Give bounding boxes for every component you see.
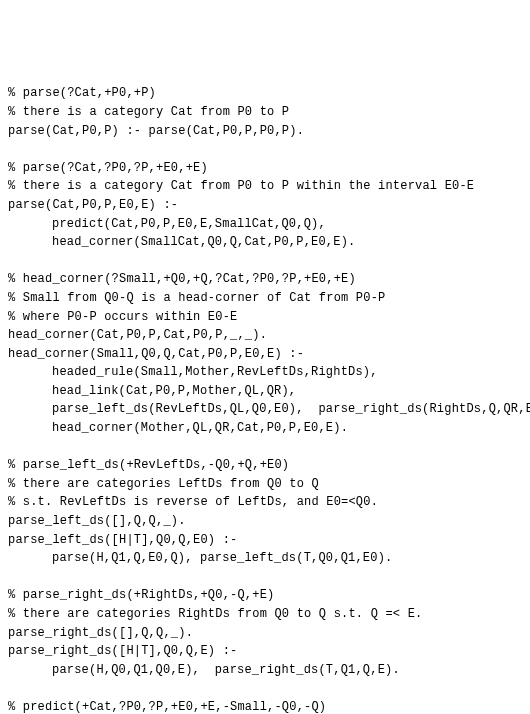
code-line: % parse_right_ds(+RightDs,+Q0,-Q,+E)	[8, 586, 522, 605]
code-line: % there are categories LeftDs from Q0 to…	[8, 475, 522, 494]
code-line: parse_right_ds([H|T],Q0,Q,E) :-	[8, 642, 522, 661]
code-line: % there is a category Cat from P0 to P	[8, 103, 522, 122]
code-line: % where P0-P occurs within E0-E	[8, 308, 522, 327]
code-line: parse(Cat,P0,P,E0,E) :-	[8, 196, 522, 215]
code-line: head_corner(SmallCat,Q0,Q,Cat,P0,P,E0,E)…	[8, 233, 522, 252]
code-line: % parse_left_ds(+RevLeftDs,-Q0,+Q,+E0)	[8, 456, 522, 475]
code-line: headed_rule(Small,Mother,RevLeftDs,Right…	[8, 363, 522, 382]
code-line: head_corner(Small,Q0,Q,Cat,P0,P,E0,E) :-	[8, 345, 522, 364]
code-line: % there is a category Cat from P0 to P w…	[8, 177, 522, 196]
code-line: parse_left_ds([],Q,Q,_).	[8, 512, 522, 531]
code-line	[8, 568, 522, 587]
code-line: % parse(?Cat,?P0,?P,+E0,+E)	[8, 159, 522, 178]
code-line: % Small from Q0-Q is a head-corner of Ca…	[8, 289, 522, 308]
code-line: % predict(+Cat,?P0,?P,+E0,+E,-Small,-Q0,…	[8, 698, 522, 714]
code-line: head_corner(Cat,P0,P,Cat,P0,P,_,_).	[8, 326, 522, 345]
code-line: parse_left_ds([H|T],Q0,Q,E0) :-	[8, 531, 522, 550]
code-line	[8, 679, 522, 698]
code-line: parse(H,Q1,Q,E0,Q), parse_left_ds(T,Q0,Q…	[8, 549, 522, 568]
code-listing: % parse(?Cat,+P0,+P)% there is a categor…	[8, 84, 522, 714]
code-line: % parse(?Cat,+P0,+P)	[8, 84, 522, 103]
code-line: parse_right_ds([],Q,Q,_).	[8, 624, 522, 643]
code-line: head_corner(Mother,QL,QR,Cat,P0,P,E0,E).	[8, 419, 522, 438]
code-line: head_link(Cat,P0,P,Mother,QL,QR),	[8, 382, 522, 401]
code-line: parse_left_ds(RevLeftDs,QL,Q0,E0), parse…	[8, 400, 522, 419]
code-line	[8, 438, 522, 457]
code-line: parse(H,Q0,Q1,Q0,E), parse_right_ds(T,Q1…	[8, 661, 522, 680]
code-line: % s.t. RevLeftDs is reverse of LeftDs, a…	[8, 493, 522, 512]
code-line	[8, 252, 522, 271]
code-line: % head_corner(?Small,+Q0,+Q,?Cat,?P0,?P,…	[8, 270, 522, 289]
code-line: % there are categories RightDs from Q0 t…	[8, 605, 522, 624]
code-line: predict(Cat,P0,P,E0,E,SmallCat,Q0,Q),	[8, 215, 522, 234]
code-line: parse(Cat,P0,P) :- parse(Cat,P0,P,P0,P).	[8, 122, 522, 141]
code-line	[8, 140, 522, 159]
